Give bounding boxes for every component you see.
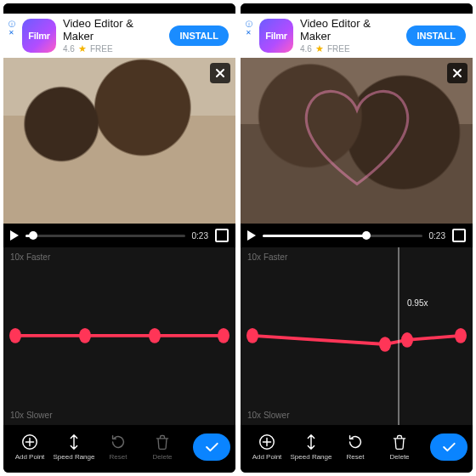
video-preview[interactable]: [3, 58, 235, 224]
star-icon: ★: [315, 43, 324, 54]
close-button[interactable]: [447, 63, 468, 83]
ad-rating: 4.6: [63, 44, 75, 54]
progress-track[interactable]: [26, 235, 185, 237]
adchoices-icon[interactable]: ⓘ✕: [8, 17, 15, 37]
ad-banner[interactable]: ⓘ✕ Filmr Video Editor & Maker 4.6 ★ FREE…: [241, 14, 473, 58]
video-still: [3, 58, 235, 224]
fullscreen-button[interactable]: [215, 229, 229, 242]
add-point-label: Add Point: [252, 454, 282, 461]
status-bar: [241, 3, 473, 14]
phone-screen: ⓘ✕ Filmr Video Editor & Maker 4.6 ★ FREE…: [241, 3, 473, 473]
star-icon: ★: [78, 43, 87, 54]
play-button[interactable]: [10, 230, 19, 241]
delete-button[interactable]: Delete: [141, 433, 184, 461]
reset-icon: [346, 433, 365, 451]
svg-point-1: [79, 328, 91, 343]
video-still: [241, 58, 473, 224]
plus-circle-icon: [20, 433, 39, 451]
player-bar: 0:23: [241, 224, 473, 247]
delete-label: Delete: [389, 454, 409, 461]
adchoices-icon[interactable]: ⓘ✕: [246, 17, 252, 37]
progress-thumb[interactable]: [362, 231, 371, 240]
svg-point-6: [246, 328, 258, 343]
delete-label: Delete: [152, 454, 172, 461]
speed-range-label: Speed Range: [54, 454, 95, 461]
progress-thumb[interactable]: [29, 231, 37, 240]
ad-banner[interactable]: ⓘ✕ Filmr Video Editor & Maker 4.6 ★ FREE…: [3, 14, 235, 58]
trash-icon: [390, 433, 409, 451]
done-button[interactable]: [430, 434, 468, 461]
speed-curve-svg[interactable]: [241, 247, 473, 425]
arrows-vertical-icon: [302, 433, 320, 451]
screenshot-pair: ⓘ✕ Filmr Video Editor & Maker 4.6 ★ FREE…: [0, 0, 476, 476]
ad-app-icon[interactable]: Filmr: [259, 19, 293, 53]
toolbar: Add Point Speed Range Reset: [3, 425, 235, 473]
player-bar: 0:23: [3, 224, 235, 247]
add-point-button[interactable]: Add Point: [8, 433, 51, 461]
ad-text: Video Editor & Maker 4.6 ★ FREE: [63, 17, 162, 54]
arrows-vertical-icon: [65, 433, 83, 451]
ad-price: FREE: [90, 44, 113, 54]
speed-curve-svg[interactable]: [3, 247, 235, 425]
toolbar: Add Point Speed Range Reset: [241, 425, 473, 473]
add-point-button[interactable]: Add Point: [246, 433, 288, 461]
svg-point-9: [455, 328, 467, 343]
time-remaining: 0:23: [429, 231, 445, 241]
reset-button[interactable]: Reset: [334, 433, 377, 461]
progress-track[interactable]: [263, 235, 422, 237]
done-button[interactable]: [193, 434, 230, 461]
video-frame: [3, 58, 235, 224]
close-button[interactable]: [210, 63, 230, 83]
add-point-label: Add Point: [15, 454, 45, 461]
ad-text: Video Editor & Maker 4.6 ★ FREE: [300, 17, 400, 54]
ad-meta: 4.6 ★ FREE: [300, 43, 400, 54]
progress-fill: [263, 235, 366, 237]
ad-price: FREE: [327, 44, 350, 54]
reset-icon: [109, 433, 128, 451]
status-bar: [3, 3, 235, 14]
ad-meta: 4.6 ★ FREE: [63, 43, 162, 54]
ad-app-icon[interactable]: Filmr: [22, 19, 56, 53]
time-remaining: 0:23: [192, 231, 208, 241]
plus-circle-icon: [258, 433, 276, 451]
phone-screen: ⓘ✕ Filmr Video Editor & Maker 4.6 ★ FREE…: [3, 3, 235, 473]
svg-point-3: [218, 328, 230, 343]
svg-point-2: [149, 328, 161, 343]
svg-point-7: [379, 337, 391, 352]
ad-rating: 4.6: [300, 44, 312, 54]
reset-label: Reset: [110, 454, 128, 461]
speed-range-button[interactable]: Speed Range: [290, 433, 332, 461]
video-frame: [241, 58, 473, 224]
speed-range-label: Speed Range: [291, 454, 332, 461]
delete-button[interactable]: Delete: [378, 433, 421, 461]
svg-point-0: [9, 328, 21, 343]
speed-readout: 0.95x: [407, 298, 428, 308]
reset-button[interactable]: Reset: [97, 433, 139, 461]
svg-point-8: [401, 332, 413, 348]
ad-title: Video Editor & Maker: [300, 17, 400, 43]
install-button[interactable]: INSTALL: [406, 26, 466, 46]
reset-label: Reset: [347, 454, 365, 461]
ad-title: Video Editor & Maker: [63, 17, 162, 43]
install-button[interactable]: INSTALL: [169, 26, 229, 46]
fullscreen-button[interactable]: [452, 229, 466, 242]
speed-graph[interactable]: 10x Faster 10x Slower: [3, 247, 235, 425]
speed-range-button[interactable]: Speed Range: [53, 433, 95, 461]
speed-graph[interactable]: 10x Faster 10x Slower 0.95x: [241, 247, 473, 425]
trash-icon: [153, 433, 172, 451]
video-preview[interactable]: [241, 58, 473, 224]
play-button[interactable]: [247, 230, 256, 241]
